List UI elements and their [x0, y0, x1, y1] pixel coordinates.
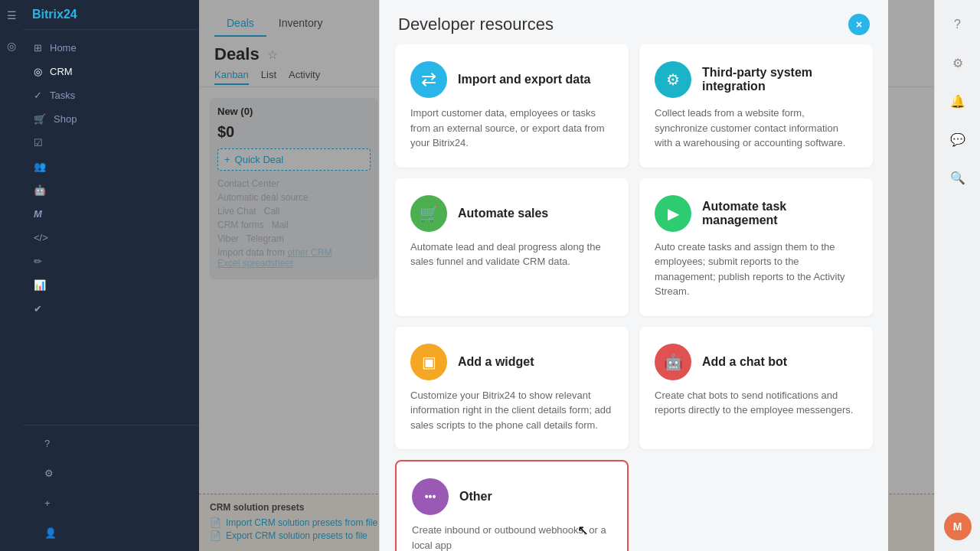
card-chat-bot[interactable]: 🤖 Add a chat bot Create chat bots to sen…	[639, 327, 873, 450]
sidebar-item-crm[interactable]: ◎CRM	[23, 60, 199, 83]
sidebar-item-user[interactable]: 👤	[34, 521, 188, 545]
card-automate-tasks[interactable]: ▶ Automate task management Auto create t…	[639, 178, 873, 316]
sidebar-item-add[interactable]: +	[34, 491, 188, 515]
hamburger-icon[interactable]: ☰	[2, 6, 21, 24]
right-panel-help-icon[interactable]: ?	[944, 11, 972, 38]
card-title-automate-tasks: Automate task management	[702, 200, 858, 227]
sidebar-item-config[interactable]: ⚙	[34, 461, 188, 485]
main-sidebar: Bitrix24 ⊞Home ◎CRM ✓Tasks 🛒Shop ☑ 👥 🤖 M…	[23, 0, 199, 551]
card-top-automate-tasks: ▶ Automate task management	[655, 195, 858, 232]
card-title-add-widget: Add a widget	[458, 355, 534, 369]
card-add-widget[interactable]: ▣ Add a widget Customize your Bitrix24 t…	[395, 327, 629, 450]
deals-area: Deals Inventory Deals ☆ Kanban List Acti…	[199, 0, 934, 551]
card-title-import-export: Import and export data	[458, 73, 590, 86]
icon-sidebar: ☰ ◎	[0, 0, 23, 551]
chat-bot-icon: 🤖	[655, 344, 691, 380]
crm-icon[interactable]: ◎	[2, 37, 21, 55]
card-desc-third-party: Collect leads from a website form, synch…	[655, 106, 858, 151]
sidebar-item-bot[interactable]: 🤖	[23, 178, 199, 202]
card-desc-automate-sales: Automate lead and deal progress along th…	[410, 240, 613, 269]
import-export-icon: ⇄	[410, 61, 447, 98]
right-panel-bell-icon[interactable]: 🔔	[944, 87, 972, 115]
modal-header: Developer resources ×	[380, 0, 888, 44]
sidebar-item-tasks[interactable]: ✓Tasks	[23, 83, 199, 107]
modal-close-button[interactable]: ×	[848, 14, 870, 35]
card-desc-automate-tasks: Auto create tasks and assign them to the…	[655, 240, 858, 299]
card-desc-other: Create inbound or outbound webhooks, or …	[412, 523, 612, 551]
card-desc-chat-bot: Create chat bots to send notifications a…	[655, 388, 858, 418]
modal-body: ⇄ Import and export data Import customer…	[380, 44, 888, 551]
automate-sales-icon: 🛒	[410, 195, 447, 232]
sidebar-header: Bitrix24	[23, 0, 199, 30]
sidebar-item-help[interactable]: ?	[34, 432, 188, 455]
third-party-icon: ⚙	[655, 61, 691, 98]
card-top-chat-bot: 🤖 Add a chat bot	[655, 344, 858, 380]
right-panel-search-icon[interactable]: 🔍	[944, 164, 972, 191]
sidebar-nav: ⊞Home ◎CRM ✓Tasks 🛒Shop ☑ 👥 🤖 M </> ✏ 📊 …	[23, 30, 199, 425]
add-widget-icon: ▣	[410, 344, 447, 380]
card-title-other: Other	[459, 490, 492, 504]
sidebar-item-shop[interactable]: 🛒Shop	[23, 107, 199, 131]
sidebar-item-check[interactable]: ✔	[23, 297, 199, 321]
sidebar-item-home[interactable]: ⊞Home	[23, 36, 199, 60]
card-top-add-widget: ▣ Add a widget	[410, 344, 613, 380]
card-title-chat-bot: Add a chat bot	[702, 355, 787, 369]
sidebar-item-marker[interactable]: M	[23, 202, 199, 226]
card-top-other: ••• Other	[412, 478, 612, 515]
user-avatar[interactable]: M	[944, 513, 972, 540]
card-title-third-party: Third-party system integration	[702, 66, 858, 93]
sidebar-item-checklist[interactable]: ☑	[23, 131, 199, 155]
card-desc-import-export: Import customer data, employees or tasks…	[410, 106, 613, 151]
right-panel: ? ⚙ 🔔 💬 🔍 M	[934, 0, 980, 551]
card-desc-add-widget: Customize your Bitrix24 to show relevant…	[410, 388, 613, 433]
other-icon: •••	[412, 478, 449, 515]
card-title-automate-sales: Automate sales	[458, 207, 548, 220]
card-other[interactable]: ••• Other Create inbound or outbound web…	[395, 460, 629, 551]
card-third-party[interactable]: ⚙ Third-party system integration Collect…	[639, 44, 873, 168]
sidebar-item-contacts[interactable]: 👥	[23, 155, 199, 178]
app-logo: Bitrix24	[32, 8, 77, 21]
sidebar-item-code[interactable]: </>	[23, 226, 199, 249]
card-top-import-export: ⇄ Import and export data	[410, 61, 613, 98]
sidebar-item-analytics[interactable]: 📊	[23, 273, 199, 297]
card-import-export[interactable]: ⇄ Import and export data Import customer…	[395, 44, 629, 168]
cards-grid: ⇄ Import and export data Import customer…	[395, 44, 873, 551]
sidebar-item-brush[interactable]: ✏	[23, 249, 199, 273]
card-top-automate-sales: 🛒 Automate sales	[410, 195, 613, 232]
right-panel-chat-icon[interactable]: 💬	[944, 126, 972, 153]
right-panel-settings-icon[interactable]: ⚙	[944, 49, 972, 77]
modal-title: Developer resources	[398, 15, 554, 34]
card-top-third-party: ⚙ Third-party system integration	[655, 61, 858, 98]
developer-resources-modal: Developer resources × ⇄ Import and expor…	[379, 0, 888, 551]
automate-tasks-icon: ▶	[655, 195, 691, 232]
card-automate-sales[interactable]: 🛒 Automate sales Automate lead and deal …	[395, 178, 629, 316]
